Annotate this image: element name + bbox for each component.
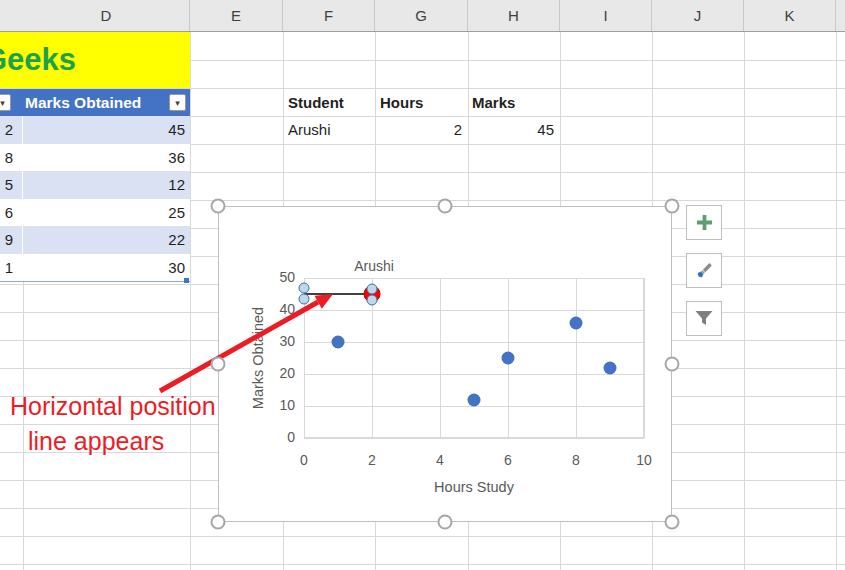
- table-row: 245: [0, 116, 190, 144]
- line-endpoint-handle[interactable]: [299, 283, 310, 294]
- line-endpoint-handle[interactable]: [299, 294, 310, 305]
- column-header-j[interactable]: J: [652, 0, 744, 31]
- row-index-cell[interactable]: 2: [0, 116, 23, 144]
- paintbrush-icon: [694, 261, 714, 281]
- row-index-cell[interactable]: 6: [0, 199, 23, 227]
- chart-gridline-vertical: [576, 278, 577, 438]
- chart-resize-handle[interactable]: [438, 199, 453, 214]
- data-point[interactable]: [570, 316, 583, 329]
- column-header-e[interactable]: E: [190, 0, 283, 31]
- table-row: 625: [0, 199, 190, 227]
- data-point[interactable]: [604, 361, 617, 374]
- gridline-horizontal: [0, 564, 845, 565]
- chart-resize-handle[interactable]: [211, 515, 226, 530]
- column-header-g[interactable]: G: [375, 0, 468, 31]
- x-axis-tick-label: 10: [629, 452, 659, 468]
- chart-resize-handle[interactable]: [211, 199, 226, 214]
- funnel-icon: [694, 310, 714, 327]
- table-row: 130: [0, 254, 190, 283]
- chart-resize-handle[interactable]: [211, 357, 226, 372]
- annotation-line-1: Horizontal position: [10, 389, 216, 424]
- annotation-line-2: line appears: [28, 424, 216, 459]
- chart-gridline-vertical: [644, 278, 645, 438]
- title-text: Geeks: [0, 42, 76, 78]
- line-endpoint-handle[interactable]: [367, 284, 378, 295]
- chart-filters-button[interactable]: [686, 301, 722, 336]
- spreadsheet: DEFGHIJK Geeks ▾ Marks Obtained ▾ 245836…: [0, 0, 845, 570]
- chart-styles-button[interactable]: [686, 253, 722, 288]
- chevron-down-icon: ▾: [175, 99, 180, 108]
- table-header-label: Marks Obtained: [25, 89, 141, 116]
- column-header-row: DEFGHIJK: [0, 0, 845, 32]
- chart-resize-handle[interactable]: [665, 515, 680, 530]
- row-index-cell[interactable]: 9: [0, 226, 23, 254]
- column-header-i[interactable]: I: [560, 0, 652, 31]
- chart-gridline-horizontal: [304, 438, 644, 439]
- row-index-cell[interactable]: 8: [0, 144, 23, 172]
- chart-resize-handle[interactable]: [438, 515, 453, 530]
- marks-cell[interactable]: 36: [23, 144, 190, 172]
- horizontal-position-line: [304, 293, 372, 294]
- row-index-cell[interactable]: 1: [0, 254, 23, 282]
- row-index-cell[interactable]: 5: [0, 171, 23, 199]
- x-axis-tick-label: 2: [357, 452, 387, 468]
- gridline-vertical: [836, 31, 837, 570]
- chart-gridline-horizontal: [304, 406, 644, 407]
- chart-resize-handle[interactable]: [665, 199, 680, 214]
- scatter-chart[interactable]: 010203040500246810Marks ObtainedHours St…: [218, 206, 672, 522]
- data-point[interactable]: [502, 352, 515, 365]
- cell-hours-header[interactable]: Hours: [380, 89, 465, 116]
- table-row: 922: [0, 226, 190, 254]
- column-header-k[interactable]: K: [744, 0, 836, 31]
- table-row: 512: [0, 171, 190, 199]
- filter-button-left[interactable]: ▾: [0, 94, 11, 111]
- cell-hours-value[interactable]: 2: [375, 116, 462, 143]
- annotation-text[interactable]: Horizontal position line appears: [10, 389, 216, 459]
- marks-cell[interactable]: 25: [23, 199, 190, 227]
- cell-marks-header[interactable]: Marks: [472, 89, 557, 116]
- cell-marks-value[interactable]: 45: [468, 116, 554, 143]
- title-cell[interactable]: Geeks: [0, 32, 190, 88]
- marks-cell[interactable]: 22: [23, 226, 190, 254]
- gridline-horizontal: [0, 536, 845, 537]
- chevron-down-icon: ▾: [0, 99, 5, 108]
- column-header-d[interactable]: D: [23, 0, 190, 31]
- gridline-vertical: [190, 31, 191, 570]
- y-axis-title[interactable]: Marks Obtained: [250, 278, 268, 438]
- data-point-label[interactable]: Arushi: [334, 258, 414, 274]
- filter-button-marks[interactable]: ▾: [169, 94, 186, 111]
- chart-elements-button[interactable]: [686, 205, 722, 240]
- gridline-vertical: [744, 31, 745, 570]
- chart-resize-handle[interactable]: [665, 357, 680, 372]
- chart-gridline-horizontal: [304, 342, 644, 343]
- chart-gridline-vertical: [440, 278, 441, 438]
- x-axis-tick-label: 6: [493, 452, 523, 468]
- column-header-h[interactable]: H: [468, 0, 560, 31]
- chart-gridline-horizontal: [304, 310, 644, 311]
- marks-cell[interactable]: 30: [23, 254, 190, 282]
- cell-student-value[interactable]: Arushi: [288, 116, 373, 143]
- x-axis-tick-label: 4: [425, 452, 455, 468]
- data-point[interactable]: [468, 393, 481, 406]
- cell-student-header[interactable]: Student: [288, 89, 373, 116]
- data-point[interactable]: [332, 336, 345, 349]
- chart-gridline-horizontal: [304, 278, 644, 279]
- marks-cell[interactable]: 45: [23, 116, 190, 144]
- x-axis-tick-label: 8: [561, 452, 591, 468]
- marks-cell[interactable]: 12: [23, 171, 190, 199]
- table-header-row: ▾ Marks Obtained ▾: [0, 89, 190, 116]
- x-axis-tick-label: 0: [289, 452, 319, 468]
- x-axis-title[interactable]: Hours Study: [394, 479, 554, 495]
- plus-icon: [696, 214, 713, 231]
- line-endpoint-handle[interactable]: [367, 295, 378, 306]
- table-resize-handle[interactable]: [184, 278, 189, 283]
- plot-area-border: [304, 278, 644, 438]
- column-header-f[interactable]: F: [283, 0, 375, 31]
- chart-gridline-horizontal: [304, 374, 644, 375]
- table-row: 836: [0, 144, 190, 172]
